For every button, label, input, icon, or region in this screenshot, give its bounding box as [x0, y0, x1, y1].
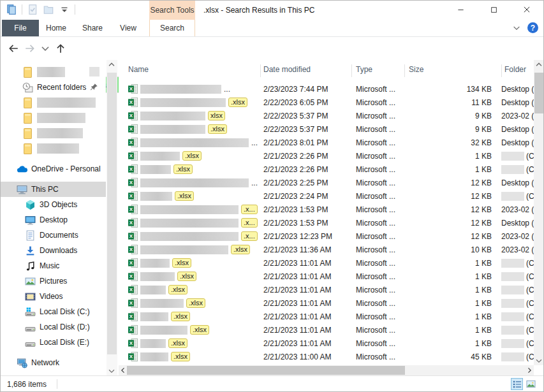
forward-button[interactable] — [24, 43, 36, 54]
minimize-button[interactable] — [444, 1, 477, 18]
file-row[interactable]: X.xlsx2/22/2023 6:05 PMMicrosoft ...11 K… — [119, 96, 534, 109]
file-date: 2/23/2023 7:44 PM — [260, 85, 351, 94]
scroll-right-icon[interactable] — [526, 365, 534, 375]
file-date: 2/21/2023 8:01 PM — [260, 138, 351, 147]
file-folder-cell: 2023-02 (C — [501, 205, 534, 214]
horizontal-scrollbar[interactable] — [119, 365, 534, 375]
scroll-down-icon[interactable] — [107, 367, 117, 375]
tab-file[interactable]: File — [2, 20, 39, 36]
excel-file-icon: X — [128, 338, 138, 348]
file-row[interactable]: X...2/21/2023 2:25 PMMicrosoft ...12 KBD… — [119, 176, 534, 189]
file-row[interactable]: X.xlsx2/21/2023 11:01 AMMicrosoft ...1 K… — [119, 270, 534, 283]
search-match-highlight: .xlsx — [190, 325, 209, 335]
column-separator[interactable] — [351, 64, 352, 77]
file-row[interactable]: X.xlsx2/22/2023 5:37 PMMicrosoft ...9 KB… — [119, 122, 534, 136]
column-header-type[interactable]: Type — [356, 65, 372, 74]
sidebar-item-local-disk-d[interactable]: Local Disk (D:) — [1, 319, 106, 335]
file-row[interactable]: X.xlsx2/21/2023 2:26 PMMicrosoft ...1 KB… — [119, 149, 534, 163]
file-row[interactable]: X.xlsx2/21/2023 2:24 PMMicrosoft ...12 K… — [119, 189, 534, 203]
column-header-name[interactable]: Name — [128, 65, 149, 74]
sidebar-item-local-disk-e[interactable]: Local Disk (E:) — [1, 335, 106, 350]
recent-locations-button[interactable] — [39, 43, 52, 54]
back-button[interactable] — [7, 43, 20, 54]
tab-home[interactable]: Home — [39, 20, 73, 36]
file-row[interactable]: X.xlsx2/21/2023 11:01 AMMicrosoft ...1 K… — [119, 296, 534, 310]
column-header-size[interactable]: Size — [409, 65, 423, 74]
scroll-down-icon[interactable] — [534, 356, 544, 365]
thumbnail-view-button[interactable] — [525, 378, 537, 390]
sidebar-item-redacted[interactable] — [1, 141, 106, 156]
sidebar-item-local-disk-c[interactable]: Local Disk (C:) — [1, 304, 106, 319]
sidebar-item-this-pc[interactable]: This PC — [1, 182, 106, 197]
sidebar-item-pictures[interactable]: Pictures — [1, 273, 106, 289]
file-name-cell: X.xlsx — [119, 352, 260, 361]
column-separator[interactable] — [501, 64, 502, 77]
search-tools-contextual-tab[interactable]: Search Tools — [149, 1, 195, 20]
scroll-left-icon[interactable] — [119, 365, 127, 375]
sidebar-item-onedrive-personal[interactable]: OneDrive - Personal — [1, 161, 106, 177]
file-row[interactable]: X.xlsx2/21/2023 11:01 AMMicrosoft ...1 K… — [119, 310, 534, 323]
search-match-highlight: xlsx — [208, 111, 225, 120]
expand-ribbon-icon[interactable] — [512, 24, 521, 33]
file-explorer-icon[interactable] — [6, 4, 17, 15]
qat-customize-icon[interactable] — [59, 4, 70, 15]
sidebar-item-videos[interactable]: Videos — [1, 289, 106, 304]
scrollbar-thumb[interactable] — [127, 366, 405, 375]
maximize-button[interactable] — [477, 1, 510, 18]
tab-share[interactable]: Share — [75, 20, 110, 36]
column-separator[interactable] — [404, 64, 405, 77]
sidebar-item-downloads[interactable]: Downloads — [1, 243, 106, 258]
sidebar-item-recent-folders[interactable]: Recent folders — [1, 80, 106, 95]
file-row[interactable]: X.xlsx2/21/2023 2:26 PMMicrosoft ...1 KB… — [119, 163, 534, 176]
file-type: Microsoft ... — [351, 112, 404, 120]
search-match-highlight: .xlsx — [171, 312, 190, 321]
sidebar-item-3d-objects[interactable]: 3D Objects — [1, 197, 106, 212]
sidebar-item-network[interactable]: Network — [1, 355, 106, 370]
sidebar-item-redacted[interactable] — [1, 126, 106, 141]
file-row[interactable]: X...2/21/2023 8:01 PMMicrosoft ...32 KBD… — [119, 136, 534, 149]
sidebar-scrollbar[interactable] — [107, 60, 117, 375]
file-row[interactable]: X.xlsx2/21/2023 11:00 AMMicrosoft ...45 … — [119, 350, 534, 363]
help-button[interactable]: ? — [527, 22, 538, 33]
file-row[interactable]: X...2/23/2023 7:44 PMMicrosoft ...134 KB… — [119, 82, 534, 96]
file-row[interactable]: X.x...2/21/2023 1:53 PMMicrosoft ...12 K… — [119, 216, 534, 229]
tab-view[interactable]: View — [112, 20, 145, 36]
file-row[interactable]: X.xlsx2/21/2023 11:01 AMMicrosoft ...1 K… — [119, 283, 534, 296]
file-type: Microsoft ... — [351, 85, 404, 94]
redacted-filename — [140, 326, 187, 335]
file-row[interactable]: X.xlsx2/21/2023 11:01 AMMicrosoft ...1 K… — [119, 323, 534, 337]
sidebar-item-desktop[interactable]: Desktop — [1, 212, 106, 228]
scroll-up-icon[interactable] — [107, 60, 117, 69]
details-view-button[interactable] — [511, 378, 523, 390]
scrollbar-thumb[interactable] — [107, 73, 117, 354]
file-row[interactable]: X.xlsx2/21/2023 11:01 AMMicrosoft ...1 K… — [119, 337, 534, 350]
vertical-scrollbar[interactable] — [534, 60, 544, 365]
excel-file-icon: X — [128, 285, 138, 294]
properties-icon[interactable] — [27, 4, 38, 15]
scroll-up-icon[interactable] — [534, 60, 544, 69]
column-header-date[interactable]: Date modified — [263, 65, 311, 74]
sidebar-item-redacted[interactable] — [1, 64, 106, 80]
file-row[interactable]: X.x...2/21/2023 1:53 PMMicrosoft ...12 K… — [119, 203, 534, 216]
file-row[interactable]: X.x...2/21/2023 12:23 PMMicrosoft ...12 … — [119, 229, 534, 243]
file-row[interactable]: X.xlsx2/21/2023 11:36 AMMicrosoft ...10 … — [119, 243, 534, 256]
column-header-folder[interactable]: Folder — [504, 65, 526, 74]
pin-icon[interactable] — [90, 83, 98, 91]
file-date: 2/21/2023 2:24 PM — [260, 192, 351, 201]
file-folder: Desktop (C — [501, 85, 534, 94]
scrollbar-thumb[interactable] — [534, 73, 543, 113]
up-button[interactable] — [54, 43, 67, 54]
sidebar-item-documents[interactable]: Documents — [1, 228, 106, 243]
sidebar-item-music[interactable]: Music — [1, 258, 106, 273]
close-button[interactable] — [510, 1, 543, 18]
file-row[interactable]: X.xlsx2/21/2023 11:01 AMMicrosoft ...1 K… — [119, 256, 534, 270]
sidebar-item-label: Downloads — [40, 246, 77, 255]
sidebar-item-redacted[interactable] — [1, 95, 106, 110]
new-folder-icon[interactable] — [43, 4, 54, 15]
file-row[interactable]: Xxlsx2/22/2023 5:37 PMMicrosoft ...9 KB2… — [119, 109, 534, 122]
column-separator[interactable] — [260, 64, 261, 77]
svg-text:X: X — [129, 220, 133, 226]
sidebar-item-redacted[interactable] — [1, 110, 106, 126]
search-match-highlight: .xlsx — [168, 285, 187, 294]
tab-search[interactable]: Search — [149, 20, 195, 36]
